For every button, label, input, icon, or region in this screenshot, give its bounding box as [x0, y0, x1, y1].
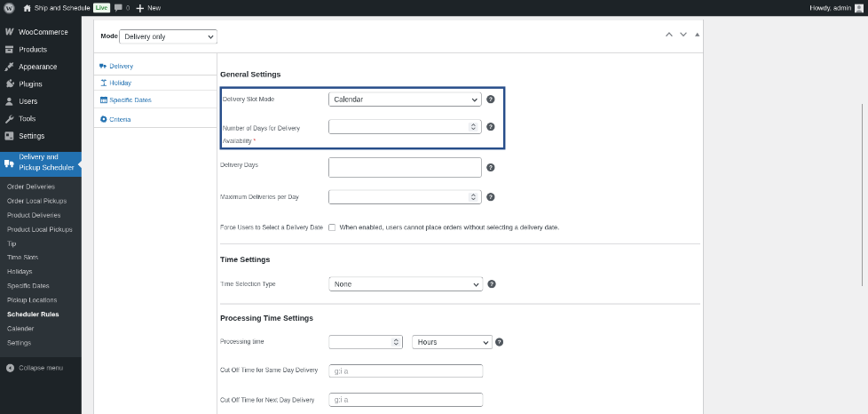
svg-text:W: W: [5, 4, 12, 12]
svg-text:W: W: [5, 28, 14, 36]
